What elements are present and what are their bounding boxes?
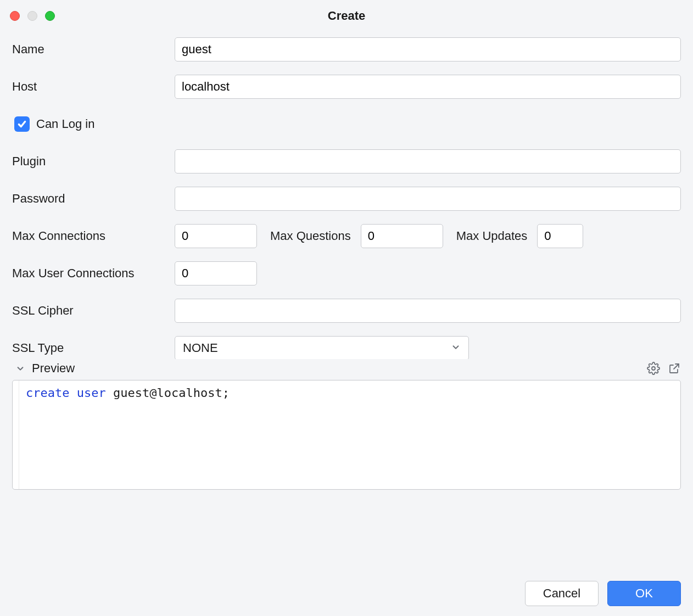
max-updates-label: Max Updates [456, 229, 528, 243]
max-connections-input[interactable] [175, 224, 257, 248]
max-user-connections-label: Max User Connections [12, 266, 175, 281]
max-connections-label: Max Connections [12, 229, 175, 243]
cancel-button[interactable]: Cancel [525, 581, 599, 606]
ssl-type-label: SSL Type [12, 341, 175, 355]
can-log-in-label: Can Log in [36, 117, 94, 131]
window-title: Create [0, 9, 693, 23]
preview-gutter [13, 380, 19, 489]
name-input[interactable] [175, 37, 681, 61]
password-input[interactable] [175, 187, 681, 211]
ssl-cipher-input[interactable] [175, 299, 681, 323]
open-external-icon[interactable] [668, 362, 681, 375]
plugin-input[interactable] [175, 149, 681, 173]
host-input[interactable] [175, 75, 681, 99]
preview-collapse-toggle[interactable] [12, 365, 29, 372]
sql-preview[interactable]: create user guest@localhost; [12, 380, 681, 490]
max-user-connections-input[interactable] [175, 261, 257, 285]
ok-button[interactable]: OK [607, 581, 681, 606]
svg-point-0 [652, 367, 655, 370]
gear-icon[interactable] [647, 362, 660, 375]
sql-preview-code: create user guest@localhost; [19, 380, 680, 489]
plugin-label: Plugin [12, 154, 175, 169]
password-label: Password [12, 192, 175, 206]
max-questions-label: Max Questions [270, 229, 351, 243]
name-label: Name [12, 42, 175, 57]
ssl-cipher-label: SSL Cipher [12, 304, 175, 318]
ssl-type-value: NONE [183, 341, 218, 355]
ssl-type-select[interactable]: NONE [175, 336, 469, 359]
max-questions-input[interactable] [361, 224, 443, 248]
host-label: Host [12, 80, 175, 94]
chevron-down-icon [451, 341, 461, 355]
can-log-in-checkbox[interactable] [14, 116, 30, 132]
preview-title: Preview [32, 361, 647, 376]
max-updates-input[interactable] [537, 224, 583, 248]
